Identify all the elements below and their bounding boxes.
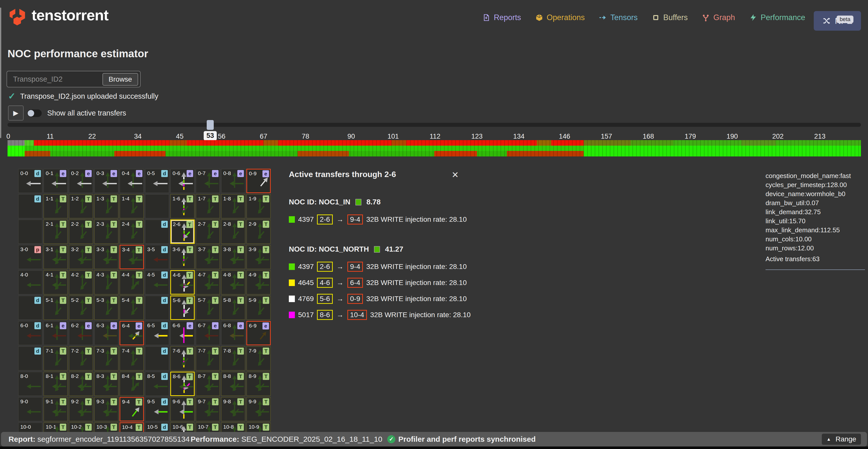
range-button[interactable]: ▲ Range xyxy=(822,434,861,445)
grid-cell-5-7[interactable]: 5-7T xyxy=(196,295,220,320)
grid-cell-1-1[interactable]: 1-1T xyxy=(43,194,68,219)
transfer-row[interactable]: 50178-6→10-432B WRITE injection rate: 28… xyxy=(289,310,471,320)
grid-cell-5-2[interactable]: 5-2T xyxy=(69,295,93,320)
grid-cell-8-8[interactable]: 8-8T xyxy=(221,372,245,396)
play-button[interactable]: ▶ xyxy=(8,105,24,121)
transfer-dest-cell[interactable]: 9-4 xyxy=(347,215,363,224)
transfer-source-cell[interactable]: 2-6 xyxy=(317,215,333,224)
transfer-row[interactable]: 43972-6→9-432B WRITE injection rate: 28.… xyxy=(289,215,467,224)
grid-cell[interactable]: d xyxy=(18,346,42,371)
grid-cell-6-0[interactable]: 6-0d xyxy=(18,321,42,345)
grid-cell-3-4[interactable]: 3-4T xyxy=(120,245,144,269)
congestion-timeline-heatmap[interactable] xyxy=(7,140,861,156)
grid-cell-8-6[interactable]: 8-6T xyxy=(170,372,195,396)
grid-cell-7-7[interactable]: 7-7T xyxy=(196,346,220,371)
grid-cell-0-4[interactable]: 0-4e xyxy=(120,169,144,193)
nav-item-graph[interactable]: Graph xyxy=(702,13,735,22)
grid-cell-6-9[interactable]: 6-9e xyxy=(246,321,271,345)
nav-item-operations[interactable]: Operations xyxy=(535,13,585,22)
grid-cell-3-5[interactable]: 3-5d xyxy=(145,245,169,269)
grid-cell-5-3[interactable]: 5-3T xyxy=(94,295,119,320)
grid-cell-1-9[interactable]: 1-9T xyxy=(246,194,271,219)
nav-item-tensors[interactable]: Tensors xyxy=(599,13,638,22)
transfer-source-cell[interactable]: 5-6 xyxy=(317,294,333,304)
grid-cell-1-3[interactable]: 1-3T xyxy=(94,194,119,219)
grid-cell-6-1[interactable]: 6-1e xyxy=(43,321,68,345)
grid-cell[interactable] xyxy=(18,220,42,244)
grid-cell-9-7[interactable]: 9-7T xyxy=(196,397,220,421)
grid-cell-3-2[interactable]: 3-2T xyxy=(69,245,93,269)
grid-cell-0-6[interactable]: 0-6e xyxy=(170,169,195,193)
grid-cell-0-1[interactable]: 0-1e xyxy=(43,169,68,193)
grid-cell-1-4[interactable]: 1-4T xyxy=(120,194,144,219)
heatmap-row-0[interactable] xyxy=(7,140,861,146)
grid-cell-9-3[interactable]: 9-3T xyxy=(94,397,119,421)
grid-cell-1-6[interactable]: 1-6T xyxy=(170,194,195,219)
grid-cell-0-5[interactable]: 0-5d xyxy=(145,169,169,193)
grid-cell-9-0[interactable]: 9-0 xyxy=(18,397,42,421)
transfer-source-cell[interactable]: 2-6 xyxy=(317,262,333,272)
grid-cell-6-2[interactable]: 6-2e xyxy=(69,321,93,345)
file-upload-box[interactable]: Browse xyxy=(6,71,141,87)
tenstorrent-logo-icon[interactable] xyxy=(6,4,29,28)
nav-item-buffers[interactable]: Buffers xyxy=(652,13,688,22)
grid-cell-3-3[interactable]: 3-3T xyxy=(94,245,119,269)
grid-cell-2-9[interactable]: 2-9T xyxy=(246,220,271,244)
grid-cell-6-4[interactable]: 6-4e xyxy=(120,321,144,345)
grid-cell-7-3[interactable]: 7-3T xyxy=(94,346,119,371)
file-name-input[interactable] xyxy=(8,72,103,86)
grid-cell-3-1[interactable]: 3-1T xyxy=(43,245,68,269)
grid-cell-8-0[interactable]: 8-0 xyxy=(18,372,42,396)
show-all-transfers-toggle[interactable] xyxy=(27,109,42,117)
grid-cell-9-1[interactable]: 9-1T xyxy=(43,397,68,421)
grid-cell-8-1[interactable]: 8-1T xyxy=(43,372,68,396)
grid-cell-9-6[interactable]: 9-6T xyxy=(170,397,195,421)
grid-cell-4-7[interactable]: 4-7T xyxy=(196,270,220,295)
grid-cell-1-2[interactable]: 1-2T xyxy=(69,194,93,219)
grid-cell-2-3[interactable]: 2-3T xyxy=(94,220,119,244)
heatmap-row-1[interactable] xyxy=(7,146,861,151)
grid-cell-3-0[interactable]: 3-0p xyxy=(18,245,42,269)
grid-cell-2-6[interactable]: 2-6T xyxy=(170,220,195,244)
grid-cell[interactable]: d xyxy=(145,295,169,320)
grid-cell-0-8[interactable]: 0-8e xyxy=(221,169,245,193)
grid-cell-7-9[interactable]: 7-9T xyxy=(246,346,271,371)
grid-cell-4-0[interactable]: 4-0 xyxy=(18,270,42,295)
timestep-slider-handle[interactable] xyxy=(207,120,214,130)
grid-cell-4-1[interactable]: 4-1T xyxy=(43,270,68,295)
grid-cell-5-1[interactable]: 5-1T xyxy=(43,295,68,320)
grid-cell-4-9[interactable]: 4-9T xyxy=(246,270,271,295)
grid-cell-9-9[interactable]: 9-9T xyxy=(246,397,271,421)
grid-cell-9-8[interactable]: 9-8T xyxy=(221,397,245,421)
grid-cell-6-5[interactable]: 6-5d xyxy=(145,321,169,345)
grid-cell-7-6[interactable]: 7-6T xyxy=(170,346,195,371)
grid-cell-4-2[interactable]: 4-2T xyxy=(69,270,93,295)
grid-cell-8-5[interactable]: 8-5d xyxy=(145,372,169,396)
transfer-dest-cell[interactable]: 0-9 xyxy=(347,294,363,304)
grid-cell-8-3[interactable]: 8-3T xyxy=(94,372,119,396)
grid-cell-4-6[interactable]: 4-6T xyxy=(170,270,195,295)
transfer-dest-cell[interactable]: 9-4 xyxy=(347,262,363,272)
grid-cell-0-2[interactable]: 0-2e xyxy=(69,169,93,193)
grid-cell-5-4[interactable]: 5-4T xyxy=(120,295,144,320)
grid-cell-7-8[interactable]: 7-8T xyxy=(221,346,245,371)
transfer-dest-cell[interactable]: 10-4 xyxy=(347,310,367,320)
timestep-slider-track[interactable] xyxy=(7,123,861,127)
grid-cell-2-1[interactable]: 2-1T xyxy=(43,220,68,244)
transfer-row[interactable]: 43972-6→9-432B WRITE injection rate: 28.… xyxy=(289,262,467,272)
grid-cell-4-3[interactable]: 4-3T xyxy=(94,270,119,295)
grid-cell-0-3[interactable]: 0-3e xyxy=(94,169,119,193)
timeline-current-tick[interactable]: 53 xyxy=(204,131,217,140)
transfer-row[interactable]: 46454-6→6-432B WRITE injection rate: 28.… xyxy=(289,278,467,288)
grid-cell[interactable]: d xyxy=(145,346,169,371)
close-icon[interactable]: ✕ xyxy=(452,170,459,180)
nav-item-performance[interactable]: Performance xyxy=(749,13,805,22)
nav-item-npe[interactable]: NPE beta xyxy=(814,11,861,31)
grid-cell-9-5[interactable]: 9-5d xyxy=(145,397,169,421)
grid-cell-8-7[interactable]: 8-7T xyxy=(196,372,220,396)
grid-cell-7-2[interactable]: 7-2T xyxy=(69,346,93,371)
heatmap-row-2[interactable] xyxy=(7,151,861,156)
grid-cell-4-5[interactable]: 4-5d xyxy=(145,270,169,295)
grid-cell-3-9[interactable]: 3-9T xyxy=(246,245,271,269)
grid-cell-8-2[interactable]: 8-2T xyxy=(69,372,93,396)
